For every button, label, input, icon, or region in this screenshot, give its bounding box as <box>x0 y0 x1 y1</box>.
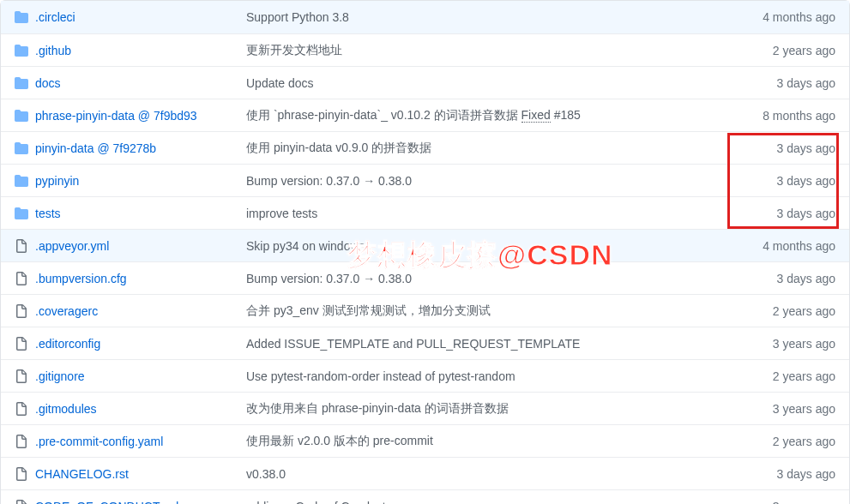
commit-message[interactable]: Update docs <box>246 76 777 90</box>
commit-message[interactable]: adding a Code of Conduct <box>246 500 773 505</box>
folder-icon <box>15 207 28 220</box>
commit-time: 3 days ago <box>777 174 836 188</box>
file-icon <box>15 435 28 448</box>
file-name-cell: CHANGELOG.rst <box>32 467 246 481</box>
commit-message[interactable]: 使用 pinyin-data v0.9.0 的拼音数据 <box>246 141 777 156</box>
file-row: .bumpversion.cfgBump version: 0.37.0 → 0… <box>1 261 849 294</box>
file-icon <box>15 402 28 416</box>
file-icon <box>15 304 28 318</box>
folder-icon <box>15 109 28 123</box>
file-name-cell: CODE_OF_CONDUCT.md <box>32 500 246 505</box>
file-link[interactable]: pinyin-data @ 7f9278b <box>35 141 156 155</box>
commit-message[interactable]: Skip py34 on windows <box>246 239 763 253</box>
commit-time: 2 years ago <box>773 44 835 57</box>
commit-time: 8 months ago <box>763 109 835 123</box>
commit-message[interactable]: Bump version: 0.37.0 → 0.38.0 <box>246 272 777 285</box>
folder-icon <box>15 44 28 57</box>
file-row: .gitignoreUse pytest-random-order instea… <box>1 359 849 392</box>
file-row: pypinyinBump version: 0.37.0 → 0.38.03 d… <box>1 164 849 196</box>
commit-message[interactable]: Bump version: 0.37.0 → 0.38.0 <box>246 174 777 188</box>
commit-message[interactable]: 合并 py3_env 测试到常规测试，增加分支测试 <box>246 303 773 319</box>
file-name-cell: .coveragerc <box>32 304 246 318</box>
file-link[interactable]: .appveyor.yml <box>35 239 109 253</box>
file-link[interactable]: .circleci <box>35 10 75 24</box>
file-icon-cell <box>15 304 32 318</box>
commit-time: 3 years ago <box>773 500 835 505</box>
file-icon-cell <box>15 435 32 448</box>
file-link[interactable]: tests <box>35 207 61 220</box>
folder-icon <box>15 76 28 90</box>
commit-message[interactable]: 更新开发文档地址 <box>246 43 773 58</box>
folder-icon-cell <box>15 174 32 188</box>
file-link[interactable]: phrase-pinyin-data @ 7f9bd93 <box>35 109 197 123</box>
commit-message[interactable]: v0.38.0 <box>246 467 777 481</box>
file-row: .pre-commit-config.yaml使用最新 v2.0.0 版本的 p… <box>1 424 849 457</box>
folder-icon-cell <box>15 207 32 220</box>
file-row: docsUpdate docs3 days ago <box>1 66 849 99</box>
commit-message[interactable]: improve tests <box>246 207 777 220</box>
file-row: phrase-pinyin-data @ 7f9bd93使用 `phrase-p… <box>1 99 849 131</box>
file-icon-cell <box>15 337 32 351</box>
file-name-cell: pypinyin <box>32 174 246 188</box>
folder-icon-cell <box>15 10 32 24</box>
file-icon <box>15 239 28 253</box>
commit-time: 4 months ago <box>763 10 835 24</box>
file-link[interactable]: CODE_OF_CONDUCT.md <box>35 500 178 505</box>
file-row: .github更新开发文档地址2 years ago <box>1 33 849 66</box>
commit-time: 2 years ago <box>773 369 835 383</box>
folder-icon <box>15 10 28 24</box>
folder-icon-cell <box>15 76 32 90</box>
file-row: .circleciSupport Python 3.84 months ago <box>1 1 849 33</box>
commit-time: 2 years ago <box>773 304 835 318</box>
file-link[interactable]: CHANGELOG.rst <box>35 467 129 481</box>
file-link[interactable]: .github <box>35 44 71 57</box>
file-name-cell: .appveyor.yml <box>32 239 246 253</box>
file-icon-cell <box>15 467 32 481</box>
commit-message[interactable]: Use pytest-random-order instead of pytes… <box>246 369 773 383</box>
commit-time: 3 days ago <box>777 207 836 220</box>
file-link[interactable]: .editorconfig <box>35 337 100 351</box>
file-row: .gitmodules改为使用来自 phrase-pinyin-data 的词语… <box>1 392 849 424</box>
file-link[interactable]: .gitignore <box>35 369 85 383</box>
file-row: testsimprove tests3 days ago <box>1 196 849 229</box>
commit-time: 3 days ago <box>777 76 836 90</box>
commit-message[interactable]: Support Python 3.8 <box>246 10 763 24</box>
file-row: .coveragerc合并 py3_env 测试到常规测试，增加分支测试2 ye… <box>1 294 849 327</box>
commit-message[interactable]: 使用 `phrase-pinyin-data`_ v0.10.2 的词语拼音数据… <box>246 108 763 123</box>
folder-icon <box>15 174 28 188</box>
file-name-cell: .gitmodules <box>32 402 246 416</box>
file-row: CODE_OF_CONDUCT.mdadding a Code of Condu… <box>1 489 849 504</box>
file-name-cell: docs <box>32 76 246 90</box>
file-list: .circleciSupport Python 3.84 months ago.… <box>0 0 850 504</box>
commit-time: 3 days ago <box>777 141 836 155</box>
commit-message[interactable]: Added ISSUE_TEMPLATE and PULL_REQUEST_TE… <box>246 337 773 351</box>
file-link[interactable]: .bumpversion.cfg <box>35 272 127 285</box>
file-link[interactable]: pypinyin <box>35 174 79 188</box>
file-icon-cell <box>15 239 32 253</box>
file-icon-cell <box>15 402 32 416</box>
file-link[interactable]: docs <box>35 76 61 90</box>
folder-icon-cell <box>15 109 32 123</box>
file-name-cell: pinyin-data @ 7f9278b <box>32 141 246 155</box>
file-row: .editorconfigAdded ISSUE_TEMPLATE and PU… <box>1 327 849 359</box>
commit-message[interactable]: 改为使用来自 phrase-pinyin-data 的词语拼音数据 <box>246 401 773 417</box>
file-icon-cell <box>15 369 32 383</box>
file-icon <box>15 272 28 285</box>
folder-icon-cell <box>15 44 32 57</box>
file-link[interactable]: .coveragerc <box>35 304 98 318</box>
file-icon-cell <box>15 272 32 285</box>
file-link[interactable]: .gitmodules <box>35 402 97 416</box>
commit-time: 4 months ago <box>763 239 835 253</box>
file-name-cell: .bumpversion.cfg <box>32 272 246 285</box>
file-name-cell: .circleci <box>32 10 246 24</box>
file-icon-cell <box>15 500 32 505</box>
file-row: .appveyor.ymlSkip py34 on windows4 month… <box>1 229 849 261</box>
file-icon <box>15 500 28 505</box>
commit-message[interactable]: 使用最新 v2.0.0 版本的 pre-commit <box>246 434 773 449</box>
file-name-cell: .editorconfig <box>32 337 246 351</box>
commit-time: 3 days ago <box>777 467 836 481</box>
file-row: pinyin-data @ 7f9278b使用 pinyin-data v0.9… <box>1 131 849 164</box>
file-link[interactable]: .pre-commit-config.yaml <box>35 435 163 448</box>
file-name-cell: phrase-pinyin-data @ 7f9bd93 <box>32 109 246 123</box>
commit-time: 3 years ago <box>773 337 835 351</box>
